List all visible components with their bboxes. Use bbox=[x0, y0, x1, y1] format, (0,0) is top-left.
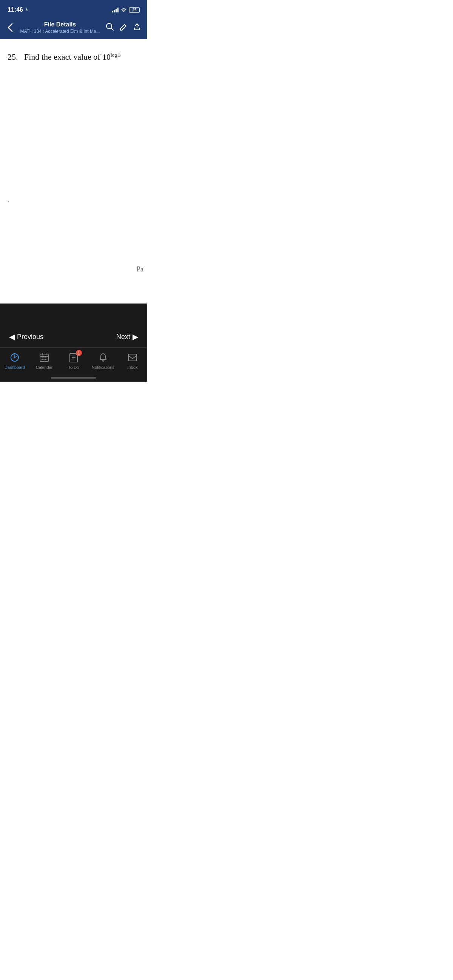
svg-rect-14 bbox=[45, 359, 46, 360]
dashboard-icon bbox=[10, 353, 20, 363]
previous-label: Previous bbox=[17, 333, 43, 341]
tab-dashboard[interactable]: Dashboard bbox=[3, 352, 26, 369]
wifi-icon bbox=[121, 8, 127, 12]
next-arrow-icon: ▶ bbox=[132, 332, 138, 341]
dark-divider bbox=[0, 304, 147, 326]
tab-inbox-label: Inbox bbox=[127, 365, 138, 369]
status-icons: 25 bbox=[112, 7, 140, 13]
dot-marker: · bbox=[8, 198, 10, 206]
signal-icon bbox=[112, 7, 119, 13]
status-bar: 11:46 25 bbox=[0, 0, 147, 18]
next-label: Next bbox=[116, 333, 130, 341]
share-icon bbox=[133, 23, 141, 31]
svg-line-2 bbox=[125, 24, 126, 26]
battery-icon: 25 bbox=[129, 7, 140, 13]
home-indicator bbox=[0, 377, 147, 382]
edit-button[interactable] bbox=[119, 23, 127, 33]
tab-notifications-label: Notifications bbox=[92, 365, 114, 369]
svg-rect-9 bbox=[41, 358, 43, 358]
svg-rect-13 bbox=[43, 359, 45, 360]
page-title: File Details bbox=[44, 21, 76, 28]
question-text: 25. Find the exact value of 10log 3 bbox=[8, 51, 140, 63]
svg-line-1 bbox=[111, 28, 113, 30]
question-number: 25. bbox=[8, 52, 18, 62]
status-time: 11:46 bbox=[8, 6, 29, 13]
bell-icon bbox=[98, 353, 108, 363]
svg-rect-11 bbox=[45, 358, 46, 358]
nav-header: File Details MATH 134 : Accelerated Elm … bbox=[0, 18, 147, 39]
svg-point-4 bbox=[14, 357, 16, 358]
nav-actions bbox=[106, 23, 141, 33]
page-subtitle: MATH 134 : Accelerated Elm & Int Ma... bbox=[20, 29, 100, 34]
home-bar bbox=[51, 377, 96, 379]
previous-button[interactable]: ◀ Previous bbox=[9, 332, 43, 341]
inbox-icon bbox=[127, 353, 137, 363]
todo-icon-wrap: 1 bbox=[67, 352, 80, 364]
share-button[interactable] bbox=[133, 23, 141, 33]
back-chevron-icon bbox=[8, 23, 13, 32]
pencil-icon bbox=[119, 23, 127, 31]
dashboard-icon-wrap bbox=[8, 352, 22, 364]
tab-dashboard-label: Dashboard bbox=[5, 365, 25, 369]
nav-title-group: File Details MATH 134 : Accelerated Elm … bbox=[18, 21, 102, 34]
tab-inbox[interactable]: Inbox bbox=[121, 352, 144, 369]
superscript-text: log 3 bbox=[111, 52, 121, 58]
todo-badge: 1 bbox=[76, 350, 82, 356]
tab-calendar[interactable]: Calendar bbox=[33, 352, 56, 369]
calendar-icon-wrap bbox=[37, 352, 51, 364]
prev-arrow-icon: ◀ bbox=[9, 332, 15, 341]
time-display: 11:46 bbox=[8, 6, 23, 13]
tab-todo[interactable]: 1 To Do bbox=[62, 352, 85, 369]
document-content: 25. Find the exact value of 10log 3 · Pa bbox=[0, 39, 147, 304]
svg-rect-21 bbox=[128, 354, 137, 361]
tab-bar: Dashboard Calendar bbox=[0, 347, 147, 377]
question-body: Find the exact value of 10 bbox=[24, 52, 111, 62]
back-button[interactable] bbox=[6, 22, 14, 33]
page-navigation: ◀ Previous Next ▶ bbox=[0, 326, 147, 347]
next-button[interactable]: Next ▶ bbox=[116, 332, 138, 341]
notifications-icon-wrap bbox=[96, 352, 110, 364]
search-button[interactable] bbox=[106, 23, 114, 33]
battery-level: 25 bbox=[132, 8, 136, 12]
tab-notifications[interactable]: Notifications bbox=[92, 352, 114, 369]
svg-rect-12 bbox=[41, 359, 43, 360]
tab-calendar-label: Calendar bbox=[36, 365, 53, 369]
tab-todo-label: To Do bbox=[68, 365, 79, 369]
inbox-icon-wrap bbox=[126, 352, 139, 364]
svg-rect-10 bbox=[43, 358, 45, 358]
search-icon bbox=[106, 23, 114, 31]
calendar-icon bbox=[39, 353, 49, 363]
location-icon bbox=[25, 8, 29, 12]
page-label: Pa bbox=[137, 266, 143, 273]
